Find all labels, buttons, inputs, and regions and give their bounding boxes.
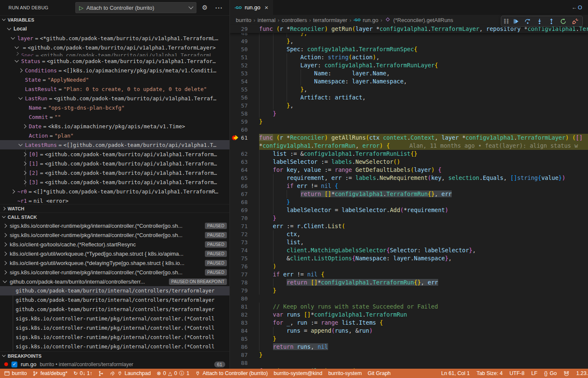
chevron-down-icon[interactable] — [11, 35, 15, 39]
code-line[interactable]: 78return []*configv1alpha1.TerraformRun{… — [230, 279, 588, 287]
gear-icon[interactable]: ⚙ — [200, 3, 210, 12]
encoding-item[interactable]: UTF-8 — [509, 370, 524, 376]
code-line[interactable]: 77if err != nil { — [230, 270, 588, 279]
variable-row[interactable]: Conditions=<[]k8s.io/apimachinery/pkg/ap… — [0, 66, 229, 75]
gutter[interactable]: 63 — [230, 158, 259, 166]
gutter[interactable]: 66 — [230, 182, 259, 190]
watch-section-header[interactable]: WATCH — [0, 204, 229, 212]
step-into-button[interactable] — [534, 17, 544, 26]
gutter[interactable]: 59 — [230, 118, 259, 126]
breakpoint-list-item[interactable]: ✓ run.go burrito • internal/controllers/… — [0, 360, 229, 369]
gutter[interactable]: 52 — [230, 61, 259, 69]
launchpad-item[interactable]: Launchpad — [110, 370, 151, 376]
go-version-item[interactable]: 1.23. — [576, 370, 588, 376]
step-over-button[interactable] — [522, 17, 533, 26]
chevron-down-icon[interactable] — [15, 44, 19, 49]
gutter[interactable]: 76 — [230, 262, 259, 270]
code-line[interactable]: 51Action: string(action), — [230, 53, 588, 61]
code-line[interactable]: 55}, — [230, 86, 588, 94]
chevron-down-icon[interactable] — [19, 95, 23, 99]
gutter[interactable]: 49 — [230, 37, 259, 45]
variable-row[interactable]: Commit="" — [0, 112, 229, 121]
call-stack-thread[interactable]: k8s.io/client-go/util/workqueue.(*Typed[… — [0, 249, 229, 258]
sync-changes-item[interactable]: ↻ 0↓ 1↑ — [73, 370, 92, 376]
variable-row[interactable]: LastRun=<github.com/padok-team/burrito/a… — [0, 94, 229, 103]
stack-frame[interactable]: github.com/padok-team/burrito/internal/c… — [0, 305, 229, 314]
gutter[interactable]: 80 — [230, 295, 259, 303]
variable-row[interactable]: LastResult="Plan: 0 to create, 0 to upda… — [0, 84, 229, 94]
gutter[interactable]: 81 — [230, 303, 259, 311]
debug-session-item[interactable]: Attach to Controller (burrito) — [195, 370, 268, 376]
breadcrumb-item-symbol[interactable]: (*Reconciler).getAllRuns — [393, 17, 453, 23]
step-out-button[interactable] — [546, 17, 556, 26]
code-line[interactable]: 85} — [230, 335, 588, 343]
close-tab-icon[interactable]: × — [265, 4, 268, 11]
code-line[interactable]: 68} — [230, 198, 588, 206]
gutter[interactable]: 64 — [230, 166, 259, 174]
variable-row[interactable]: =<github.com/padok-team/burrito/api/v1al… — [0, 43, 229, 52]
call-stack-thread[interactable]: k8s.io/client-go/util/workqueue.(*delayi… — [0, 258, 229, 268]
code-line[interactable]: 65requirement, err := labels.NewRequirem… — [230, 174, 588, 182]
code-line[interactable]: 56Artifact: artifact, — [230, 94, 588, 102]
kube-context-item[interactable]: burrito-system@kind — [274, 370, 323, 376]
kube-namespace-item[interactable]: burrito-system — [328, 370, 362, 376]
gopher-item[interactable] — [563, 371, 569, 376]
drag-handle-icon[interactable]: ●●●●●● — [504, 19, 509, 24]
gutter[interactable]: 51 — [230, 53, 259, 61]
variable-row[interactable]: Local — [0, 24, 229, 33]
code-line[interactable]: 67return []*configv1alpha1.TerraformRun{… — [230, 190, 588, 198]
code-line[interactable]: 57}, — [230, 102, 588, 110]
chevron-down-icon[interactable] — [19, 142, 23, 146]
gutter[interactable]: 57 — [230, 102, 259, 110]
code-line[interactable]: 62list := &configv1alpha1.TerraformRunLi… — [230, 150, 588, 158]
variable-row[interactable]: Name="ops-stg-dns-plan-bcxfg" — [0, 103, 229, 112]
breadcrumb-item[interactable]: internal — [257, 17, 276, 23]
code-line[interactable]: 69labelSelector = labelSelector.Add(*req… — [230, 206, 588, 214]
gutter[interactable]: 75 — [230, 254, 259, 262]
code-line[interactable]: *configv1alpha1.TerraformRun, error) {Al… — [230, 142, 588, 150]
gutter[interactable]: 70 — [230, 214, 259, 222]
remote-window-item[interactable]: burrito — [4, 370, 27, 376]
code-line[interactable]: 82var runs []*configv1alpha1.TerraformRu… — [230, 311, 588, 319]
gutter[interactable]: 48 — [230, 33, 259, 37]
gutter[interactable]: 54 — [230, 77, 259, 86]
gutter[interactable]: 84 — [230, 327, 259, 335]
stack-frame[interactable]: github.com/padok-team/burrito/internal/c… — [0, 286, 229, 295]
variable-row[interactable]: ~r1=nil <error> — [0, 196, 229, 204]
call-stack-thread[interactable]: sigs.k8s.io/controller-runtime/pkg/inter… — [0, 268, 229, 277]
chevron-right-icon[interactable] — [22, 124, 27, 128]
code-line[interactable]: 72ctx, — [230, 230, 588, 238]
gutter[interactable]: 72 — [230, 230, 259, 238]
gutter[interactable]: 78 — [230, 279, 259, 287]
code-line[interactable]: 61func (r *Reconciler) getAllRuns(ctx co… — [230, 134, 588, 142]
call-stack-section-header[interactable]: CALL STACK — [0, 212, 229, 221]
debug-config-dropdown[interactable]: ▷ Attach to Controller (burrito) — [75, 2, 196, 13]
call-stack-thread[interactable]: k8s.io/client-go/tools/cache.(*Reflector… — [0, 240, 229, 249]
call-stack-thread[interactable]: sigs.k8s.io/controller-runtime/pkg/inter… — [0, 221, 229, 230]
variable-row[interactable]: [1]=<github.com/padok-team/burrito/api/v… — [0, 159, 229, 168]
stack-frame[interactable]: sigs.k8s.io/controller-runtime/pkg/inter… — [0, 342, 229, 351]
gutter[interactable]: 50 — [230, 45, 259, 53]
chevron-right-icon[interactable] — [3, 251, 7, 256]
git-graph-button[interactable] — [98, 371, 104, 376]
gutter[interactable]: 68 — [230, 198, 259, 206]
code-line[interactable]: 89func (r *Reconciler) getRun( — [230, 367, 588, 369]
gutter[interactable]: 56 — [230, 94, 259, 102]
gutter[interactable] — [230, 142, 259, 150]
call-stack-thread[interactable]: github.com/padok-team/burrito/internal/c… — [0, 277, 229, 286]
chevron-right-icon[interactable] — [15, 52, 19, 55]
gutter[interactable]: 62 — [230, 150, 259, 158]
gutter[interactable]: 79 — [230, 287, 259, 295]
code-line[interactable]: 83for _, run := range list.Items { — [230, 319, 588, 327]
code-line[interactable]: 73list, — [230, 238, 588, 246]
chevron-right-icon[interactable] — [3, 223, 7, 228]
code-line[interactable]: 70} — [230, 214, 588, 222]
code-line[interactable]: 49}, — [230, 37, 588, 45]
gutter[interactable]: 61 — [230, 134, 259, 142]
code-line[interactable]: 74client.MatchingLabelsSelector{Selector… — [230, 246, 588, 254]
breadcrumb-item[interactable]: controllers — [282, 17, 307, 23]
code-area[interactable]: 48},49},50Spec: configv1alpha1.Terraform… — [230, 33, 588, 369]
more-actions-icon[interactable]: ··· — [213, 3, 225, 12]
gutter[interactable]: 88 — [230, 359, 259, 367]
git-branch-item[interactable]: feat/debug* — [33, 370, 67, 376]
